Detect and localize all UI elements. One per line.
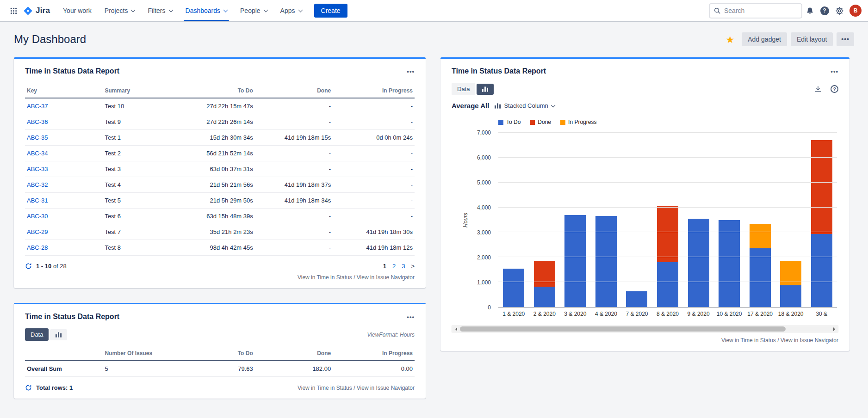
nav-item-people[interactable]: People (234, 0, 274, 21)
page-link-3[interactable]: 3 (402, 263, 405, 270)
cell: - (333, 161, 415, 177)
cell: Test 3 (103, 161, 196, 177)
view-links: View in Time in Status / View in Issue N… (25, 274, 415, 281)
issue-key-link[interactable]: ABC-28 (27, 244, 48, 251)
refresh-icon[interactable] (25, 384, 32, 391)
bar-slot (621, 133, 652, 307)
cell: Test 10 (103, 98, 196, 114)
user-avatar[interactable]: B (849, 5, 862, 17)
gridline (498, 257, 837, 257)
chart-tools: ? (814, 85, 838, 93)
issue-key-link[interactable]: ABC-35 (27, 134, 48, 141)
bar-segment-to-do (626, 291, 647, 307)
dashboard-more-button[interactable]: ••• (837, 32, 854, 46)
table-row: ABC-35Test 115d 2h 30m 34s41d 19h 18m 15… (25, 130, 415, 146)
nav-item-projects[interactable]: Projects (98, 0, 142, 21)
refresh-icon[interactable] (25, 263, 32, 270)
data-tab-button[interactable]: Data (25, 328, 49, 341)
view-in-issue-navigator-link[interactable]: View in Issue Navigator (357, 385, 415, 391)
page-header: My Dashboard ★ Add gadget Edit layout ••… (14, 32, 854, 46)
cell: 41d 19h 18m 30s (333, 224, 415, 240)
nav-item-apps[interactable]: Apps (274, 0, 309, 21)
cell-key: ABC-35 (25, 130, 103, 146)
app-switcher-icon[interactable] (6, 3, 20, 18)
gadget-more-button[interactable]: ••• (831, 68, 838, 75)
scrollbar-thumb[interactable] (460, 326, 786, 332)
notifications-icon[interactable] (802, 3, 817, 18)
view-in-issue-navigator-link[interactable]: View in Issue Navigator (357, 274, 415, 281)
bar-chart-icon (495, 103, 501, 109)
issue-key-link[interactable]: ABC-33 (27, 166, 48, 172)
scrollbar-track[interactable] (460, 326, 830, 332)
x-axis-label: 2 & 2020 (529, 311, 560, 317)
bar-slot (529, 133, 560, 307)
column-header-in-progress: In Progress (333, 84, 415, 98)
issue-key-link[interactable]: ABC-29 (27, 228, 48, 235)
chart-type-dropdown[interactable]: Stacked Column (495, 102, 554, 109)
favorite-star-icon[interactable]: ★ (725, 35, 734, 44)
chart-tab-button[interactable] (477, 84, 494, 95)
chart-y-labels: 01,0002,0003,0004,0005,0006,0007,000 (452, 133, 498, 307)
settings-icon[interactable] (832, 3, 847, 18)
view-in-time-in-status-link[interactable]: View in Time in Status (721, 337, 776, 344)
cell-done: 182.00 (255, 361, 333, 377)
nav-item-filters[interactable]: Filters (141, 0, 179, 21)
column-header-number-of-issues: Number Of Issues (103, 346, 196, 361)
y-axis-tick: 2,000 (477, 254, 491, 261)
bar-segment-to-do (811, 234, 832, 307)
total-rows: Total rows: 1 (36, 384, 73, 391)
nav-item-your-work[interactable]: Your work (56, 0, 98, 21)
page-link-1[interactable]: 1 (383, 263, 386, 270)
create-button[interactable]: Create (314, 4, 347, 18)
gadget-more-button[interactable]: ••• (407, 68, 415, 75)
cell: Test 2 (103, 146, 196, 161)
cell: - (255, 98, 333, 114)
chart-type-label: Stacked Column (504, 102, 548, 109)
gridline (498, 232, 837, 232)
page-link-2[interactable]: 2 (392, 263, 396, 270)
cell: Test 4 (103, 177, 196, 193)
issue-key-link[interactable]: ABC-36 (27, 118, 48, 125)
search-box[interactable] (709, 3, 802, 18)
chart-tab-button[interactable] (50, 329, 67, 340)
issue-key-link[interactable]: ABC-37 (27, 103, 48, 110)
cell: 63d 0h 37m 31s (196, 161, 254, 177)
legend-item-done: Done (530, 119, 551, 125)
issue-key-link[interactable]: ABC-31 (27, 197, 48, 204)
issue-key-link[interactable]: ABC-32 (27, 181, 48, 188)
view-in-time-in-status-link[interactable]: View in Time in Status (298, 274, 352, 281)
table-row: ABC-36Test 927d 22h 26m 14s-- (25, 114, 415, 130)
cell: Test 6 (103, 209, 196, 224)
view-in-time-in-status-link[interactable]: View in Time in Status (298, 385, 352, 391)
chart-horizontal-scrollbar[interactable] (452, 326, 838, 332)
x-axis-label: 30 & (806, 311, 837, 317)
cell: 0d 0h 0m 24s (333, 130, 415, 146)
cell-key: ABC-28 (25, 240, 103, 256)
next-page-button[interactable]: > (411, 263, 415, 270)
cell: 41d 19h 18m 37s (255, 177, 333, 193)
search-icon (714, 7, 720, 14)
view-in-issue-navigator-link[interactable]: View in Issue Navigator (781, 337, 838, 344)
chevron-down-icon (131, 7, 136, 12)
cell: 15d 2h 30m 34s (196, 130, 254, 146)
stacked-column-chart: To DoDoneIn Progress 01,0002,0003,0004,0… (452, 119, 838, 317)
download-icon[interactable] (814, 85, 822, 93)
issue-key-link[interactable]: ABC-34 (27, 150, 48, 157)
jira-logo[interactable]: Jira (20, 6, 53, 16)
add-gadget-button[interactable]: Add gadget (742, 32, 787, 46)
scroll-left-arrow[interactable] (452, 326, 460, 332)
bar-segment-in-progress (750, 224, 771, 249)
bar-segment-to-do (780, 285, 801, 307)
chart-help-icon[interactable]: ? (831, 85, 838, 93)
help-icon[interactable]: ? (817, 3, 832, 18)
edit-layout-button[interactable]: Edit layout (791, 32, 833, 46)
search-input[interactable] (724, 7, 797, 14)
summary-footer: Total rows: 1 View in Time in Status / V… (25, 384, 415, 391)
bar-slot (744, 133, 775, 307)
data-tab-button[interactable]: Data (452, 83, 475, 95)
nav-item-dashboards[interactable]: Dashboards (179, 0, 234, 21)
pagination-pages: 123> (383, 263, 415, 270)
issue-key-link[interactable]: ABC-30 (27, 213, 48, 220)
scroll-right-arrow[interactable] (830, 326, 838, 332)
gadget-more-button[interactable]: ••• (407, 314, 415, 320)
